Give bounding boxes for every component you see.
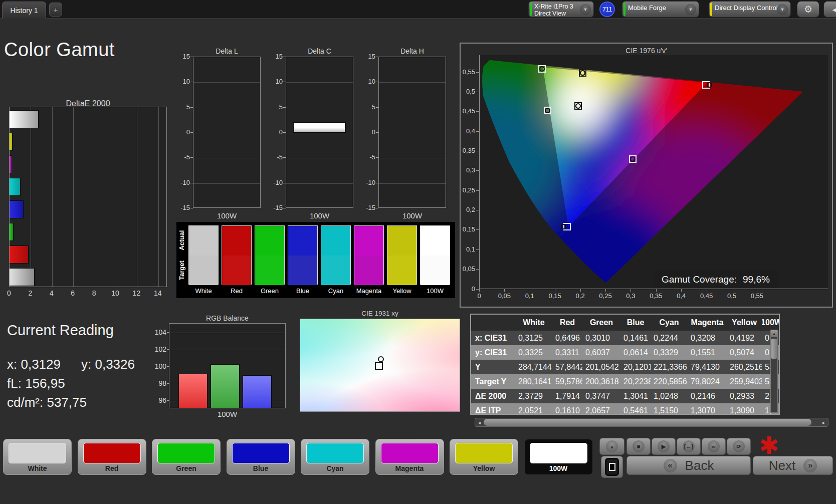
pattern-button-label: 100W	[525, 464, 592, 472]
tick-mark	[190, 107, 193, 108]
table-header-row: WhiteRedGreenBlueCyanMagentaYellow100W	[471, 315, 779, 331]
swatch-green	[255, 225, 285, 285]
scroll-up-arrow-icon[interactable]: ▲	[771, 330, 777, 337]
reading-x: x: 0,3129	[7, 357, 61, 372]
play-button[interactable]: ▶	[652, 438, 676, 455]
pattern-button-blue[interactable]: Blue	[227, 439, 295, 475]
tick-mark	[476, 151, 479, 151]
tick-mark	[190, 208, 193, 208]
axis-tick-label: 0,55	[744, 292, 769, 300]
tick-mark	[376, 157, 378, 158]
workflow-dropdown[interactable]: Direct Display Control ▼	[709, 1, 791, 18]
axis-tick-label: 0,5	[452, 88, 475, 95]
tick-mark	[476, 229, 479, 230]
collapse-panel-button[interactable]: ◀	[823, 1, 836, 18]
table-header-cell: Red	[552, 315, 582, 331]
plot-area	[378, 57, 446, 208]
tick-mark	[190, 82, 193, 82]
pattern-button-white[interactable]: White	[3, 439, 72, 475]
actual-row-label: Actual	[178, 225, 185, 256]
pattern-button-label: Cyan	[301, 464, 369, 472]
scroll-right-arrow-icon[interactable]: ▸	[820, 419, 827, 426]
axis-tick-label: -15	[172, 204, 190, 211]
table-row: x: CIE310,31250,64960,30100,14610,22440,…	[471, 331, 779, 345]
tick-mark	[376, 57, 378, 57]
refresh-button[interactable]: ⟳	[727, 438, 751, 455]
pattern-button-100w[interactable]: 100W	[524, 439, 593, 475]
tick-mark	[631, 289, 631, 292]
tick-mark	[476, 131, 479, 132]
axis-tick-label: -5	[357, 153, 375, 161]
loop-button[interactable]: ∞	[702, 438, 726, 455]
chevron-down-icon: ▼	[580, 4, 591, 15]
row-label: ΔE ITP	[471, 403, 515, 415]
range-button[interactable]: [↔]	[677, 438, 701, 455]
deltae-x-axis: 02468101214	[9, 289, 167, 298]
table-cell: 284,7144	[515, 360, 552, 374]
tick-mark	[504, 289, 505, 292]
plot-area	[286, 57, 353, 208]
pattern-color-patch	[306, 443, 364, 463]
panel-up-button[interactable]: ▲	[599, 438, 624, 455]
gridline	[286, 108, 353, 108]
axis-tick-label: 2	[28, 289, 32, 297]
tick-mark	[555, 289, 555, 292]
tick-mark	[283, 107, 286, 108]
pattern-button-label: Red	[78, 464, 146, 472]
axis-tick-label: 12	[133, 289, 141, 297]
swatch-label: 100W	[415, 287, 455, 295]
row-label: y: CIE31	[471, 345, 515, 360]
settings-button[interactable]: ⚙	[797, 1, 819, 18]
pattern-button-yellow[interactable]: Yellow	[450, 439, 518, 475]
swatch-target	[189, 256, 218, 285]
cie1931-reading-point	[378, 356, 384, 362]
table-cell: 0,3125	[515, 331, 552, 345]
add-tab-button[interactable]: +	[49, 3, 62, 17]
axis-tick-label: 10	[111, 289, 119, 297]
row-label: Target Y	[471, 374, 515, 389]
axis-tick-label: 15	[357, 53, 375, 60]
scrollbar-thumb[interactable]	[484, 419, 811, 426]
table-cell: 201,0542	[582, 360, 620, 374]
meter-count-badge[interactable]: 711	[599, 2, 615, 17]
axis-tick-label: 104	[149, 328, 166, 336]
gamut-measured-point-green	[539, 66, 545, 72]
swatch-actual	[189, 226, 218, 256]
table-cell: 0,0614	[620, 345, 651, 360]
reading-cdm2: cd/m²: 537,75	[7, 395, 87, 410]
table-cell: 220,5856	[651, 374, 688, 389]
tick-mark	[476, 190, 479, 191]
table-vertical-scrollbar[interactable]: ▲	[770, 330, 778, 413]
gridline	[52, 107, 53, 287]
table-horizontal-scrollbar[interactable]: ◂ ▸	[475, 418, 828, 427]
gridline	[116, 107, 116, 287]
swatch-magenta	[354, 225, 384, 285]
pattern-button-green[interactable]: Green	[152, 439, 221, 475]
scroll-left-arrow-icon[interactable]: ◂	[476, 419, 483, 426]
tick-mark	[283, 157, 286, 158]
pattern-color-patch	[9, 443, 66, 463]
pattern-button-red[interactable]: Red	[78, 439, 146, 475]
tick-mark	[476, 269, 479, 270]
back-button[interactable]: « Back	[626, 456, 751, 475]
pattern-window-button[interactable]	[601, 456, 623, 478]
axis-tick-label: -10	[357, 179, 375, 186]
table-cell: 0,2933	[727, 389, 762, 403]
axis-tick-label: 100	[149, 362, 166, 370]
gridline	[286, 183, 353, 184]
range-icon: [↔]	[683, 440, 695, 452]
axis-tick-label: -5	[265, 153, 283, 161]
tab-history-1[interactable]: History 1	[2, 2, 46, 19]
source-dropdown[interactable]: Mobile Forge ▼	[622, 1, 699, 18]
meter-dropdown[interactable]: X-Rite i1Pro 3Direct View ▼	[528, 1, 594, 18]
stop-button[interactable]: ■	[626, 438, 651, 455]
next-button[interactable]: Next »	[753, 456, 833, 475]
tick-mark	[283, 57, 286, 57]
table-cell: 2,0521	[515, 403, 552, 415]
pattern-button-magenta[interactable]: Magenta	[375, 439, 444, 475]
tick-mark	[476, 92, 479, 92]
scrollbar-thumb[interactable]	[771, 339, 777, 359]
axis-tick-label: 0,2	[452, 206, 475, 213]
pattern-button-cyan[interactable]: Cyan	[301, 439, 369, 475]
gridline	[379, 158, 446, 158]
